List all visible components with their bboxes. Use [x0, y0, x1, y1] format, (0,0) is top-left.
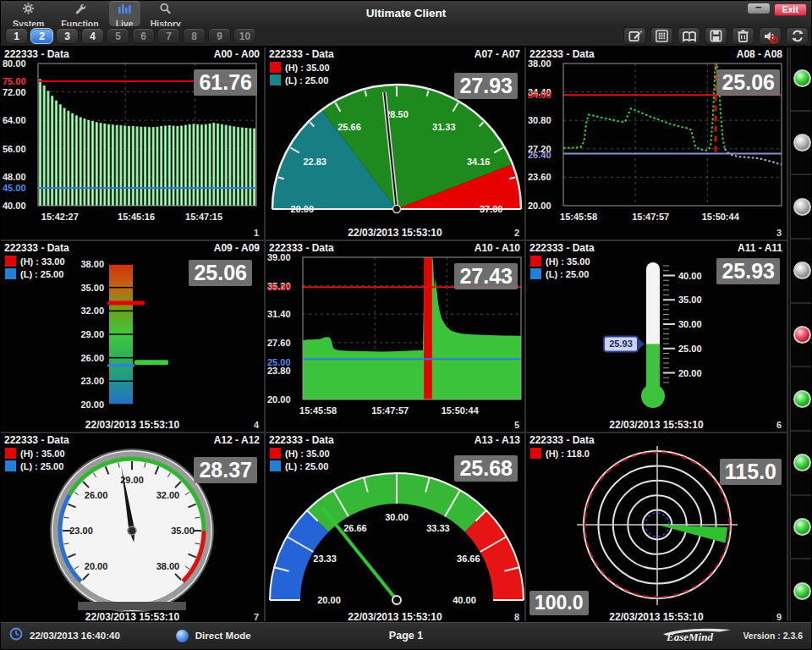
- wrench-icon: [74, 3, 86, 18]
- page-tabs: 12345678910: [5, 28, 259, 44]
- legend-swatch: [270, 448, 281, 459]
- value-badge: 25.93: [716, 258, 780, 284]
- svg-text:25.66: 25.66: [337, 122, 361, 132]
- sync-arrows-icon: [790, 29, 805, 43]
- legend-item: (L) : 25.00: [5, 268, 65, 279]
- panel-legend: (H) : 35.00(L) : 25.00: [530, 256, 590, 281]
- tab-3[interactable]: 3: [56, 28, 79, 44]
- legend-label: (L) : 25.00: [546, 269, 589, 279]
- legend-item: (H) : 35.00: [530, 256, 590, 267]
- svg-text:25.93: 25.93: [609, 339, 633, 349]
- panel-channel: A13 - A13: [475, 434, 520, 446]
- easemind-logo: EaseMind: [658, 627, 736, 644]
- edit-button[interactable]: [623, 27, 646, 45]
- led-cell-5: [791, 304, 812, 368]
- tab-7[interactable]: 7: [157, 28, 180, 44]
- svg-text:35.00: 35.00: [267, 282, 291, 292]
- mute-button[interactable]: [759, 27, 782, 45]
- svg-text:20.00: 20.00: [80, 399, 104, 410]
- nav-system[interactable]: System: [6, 1, 51, 26]
- legend-item: (H) : 118.0: [530, 448, 590, 459]
- panel-title: 222333 - Data: [529, 242, 595, 254]
- chart-bars-icon: [118, 3, 131, 18]
- panel-channel: A07 - A07: [475, 48, 520, 60]
- panel-channel: A11 - A11: [738, 242, 782, 254]
- svg-text:26.00: 26.00: [80, 353, 104, 363]
- svg-text:45.00: 45.00: [3, 183, 26, 193]
- svg-text:26.66: 26.66: [343, 523, 367, 533]
- tab-1[interactable]: 1: [5, 28, 28, 44]
- svg-text:36.66: 36.66: [457, 554, 480, 564]
- panel-number: 8: [514, 612, 519, 622]
- svg-text:15:45:58: 15:45:58: [299, 405, 337, 416]
- legend-item: (H) : 35.00: [270, 448, 330, 459]
- nav-function[interactable]: Function: [54, 1, 105, 26]
- svg-text:64.00: 64.00: [3, 115, 26, 125]
- svg-text:20.00: 20.00: [85, 561, 108, 571]
- svg-text:20.00: 20.00: [291, 204, 315, 214]
- keypad-button[interactable]: [650, 27, 673, 45]
- book-button[interactable]: [678, 27, 700, 45]
- titlebar: System Function Live History Ultimate Cl…: [1, 1, 811, 26]
- connection-mode-icon: [176, 630, 189, 642]
- sync-button[interactable]: [786, 27, 809, 45]
- value-badge-secondary: 100.0: [529, 591, 589, 615]
- svg-text:48.00: 48.00: [3, 172, 26, 182]
- svg-text:15:47:15: 15:47:15: [185, 212, 222, 222]
- panel-header: 222333 - DataA08 - A08: [526, 47, 787, 60]
- version-label: Version : 2.3.6: [743, 631, 803, 641]
- svg-text:34.16: 34.16: [467, 157, 491, 167]
- legend-swatch: [5, 256, 16, 267]
- magnifier-icon: [159, 3, 172, 18]
- tab-10[interactable]: 10: [233, 28, 256, 44]
- value-badge: 25.06: [189, 260, 252, 286]
- window-controls: − Exit: [748, 3, 807, 16]
- panel-channel: A09 - A09: [214, 242, 260, 254]
- value-badge: 61.76: [194, 69, 257, 96]
- legend-swatch: [5, 448, 16, 459]
- nav-live[interactable]: Live: [109, 1, 140, 26]
- svg-text:40.00: 40.00: [453, 595, 476, 605]
- minimize-button[interactable]: −: [748, 3, 770, 14]
- save-button[interactable]: [705, 27, 727, 45]
- led-cell-7: [791, 432, 812, 496]
- status-led-4: [793, 262, 811, 279]
- panel-legend: (H) : 33.00(L) : 25.00: [5, 256, 65, 281]
- svg-text:30.00: 30.00: [385, 512, 409, 522]
- exit-button[interactable]: Exit: [774, 3, 807, 16]
- panel-header: 222333 - DataA10 - A10: [266, 241, 524, 254]
- status-led-7: [793, 454, 811, 471]
- tab-5[interactable]: 5: [107, 28, 129, 44]
- gear-icon: [22, 3, 35, 18]
- value-badge: 25.68: [454, 455, 518, 482]
- panel-channel: A10 - A10: [475, 242, 520, 254]
- nav-history[interactable]: History: [144, 1, 188, 26]
- svg-text:33.33: 33.33: [426, 523, 450, 533]
- svg-text:38.00: 38.00: [80, 259, 104, 269]
- panel-header: 222333 - Data: [526, 433, 787, 446]
- panel-number: 2: [514, 228, 519, 238]
- svg-text:23.00: 23.00: [80, 376, 104, 386]
- panel-title: 222333 - Data: [4, 242, 69, 254]
- svg-text:56.00: 56.00: [3, 144, 26, 154]
- panel-header: 222333 - DataA11 - A11: [526, 241, 787, 254]
- status-led-6: [793, 390, 811, 408]
- delete-button[interactable]: [732, 27, 754, 45]
- svg-text:38.00: 38.00: [528, 60, 551, 69]
- panel-title: 222333 - Data: [269, 434, 334, 446]
- svg-text:39.00: 39.00: [267, 254, 291, 262]
- svg-text:80.00: 80.00: [3, 60, 26, 69]
- legend-swatch: [5, 268, 16, 279]
- svg-text:20.00: 20.00: [528, 201, 551, 211]
- tab-6[interactable]: 6: [132, 28, 155, 44]
- tab-4[interactable]: 4: [81, 28, 104, 44]
- tab-2[interactable]: 2: [30, 28, 53, 44]
- svg-text:37.00: 37.00: [480, 204, 503, 214]
- legend-item: (H) : 35.00: [5, 448, 65, 459]
- tab-8[interactable]: 8: [183, 28, 206, 44]
- toolbar: [623, 27, 809, 45]
- tab-9[interactable]: 9: [208, 28, 231, 44]
- svg-text:23.60: 23.60: [528, 172, 551, 182]
- legend-swatch: [530, 268, 541, 279]
- panel-title: 222333 - Data: [4, 48, 69, 60]
